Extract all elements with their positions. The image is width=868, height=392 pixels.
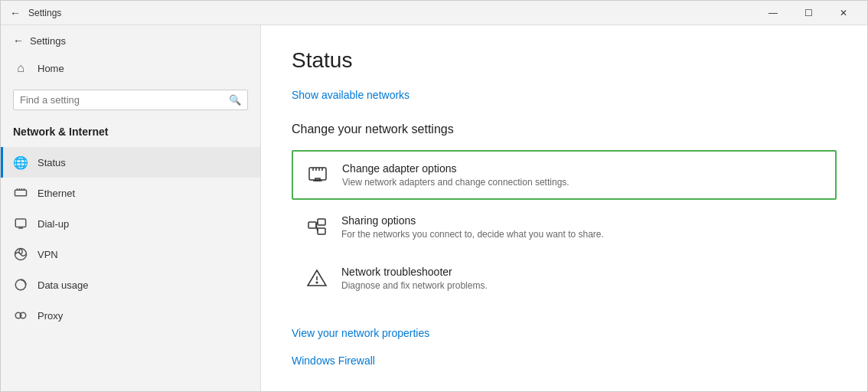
sidebar-ethernet-label: Ethernet	[38, 188, 75, 199]
change-adapter-icon	[305, 162, 330, 187]
troubleshooter-text: Network troubleshooter Diagnose and fix …	[341, 266, 824, 291]
content-area: ← Settings ⌂ Home 🔍 Network & Internet 🌐…	[1, 25, 867, 391]
sidebar-vpn-label: VPN	[38, 249, 58, 260]
svg-line-23	[316, 225, 318, 231]
network-troubleshooter-item[interactable]: Network troubleshooter Diagnose and fix …	[292, 254, 837, 302]
change-adapter-item[interactable]: Change adapter options View network adap…	[292, 150, 837, 200]
troubleshooter-title: Network troubleshooter	[341, 266, 824, 278]
troubleshooter-desc: Diagnose and fix network problems.	[341, 280, 824, 291]
sidebar-item-data-usage[interactable]: Data usage	[1, 270, 260, 300]
sidebar-status-label: Status	[38, 157, 66, 168]
section-subtitle: Change your network settings	[292, 122, 837, 136]
sidebar-back-button[interactable]: ← Settings	[1, 25, 260, 53]
svg-rect-5	[15, 219, 26, 227]
sharing-options-desc: For the networks you connect to, decide …	[341, 229, 824, 240]
sharing-options-text: Sharing options For the networks you con…	[341, 214, 824, 240]
sidebar-home-label: Home	[38, 63, 64, 74]
vpn-icon	[13, 247, 28, 262]
svg-point-26	[316, 282, 318, 283]
change-adapter-text: Change adapter options View network adap…	[342, 162, 823, 188]
sidebar-item-home[interactable]: ⌂ Home	[1, 53, 260, 83]
sidebar-item-ethernet[interactable]: Ethernet	[1, 178, 260, 208]
svg-rect-20	[318, 219, 325, 225]
troubleshooter-icon	[305, 266, 329, 290]
sidebar-item-proxy[interactable]: Proxy	[1, 300, 260, 331]
sidebar-settings-label: Settings	[30, 35, 66, 47]
sharing-options-icon	[305, 214, 329, 239]
sidebar-dialup-label: Dial-up	[38, 218, 69, 230]
titlebar-left: ← Settings	[10, 7, 61, 19]
windows-firewall-link[interactable]: Windows Firewall	[292, 354, 375, 367]
page-title: Status	[292, 48, 837, 73]
svg-rect-21	[318, 228, 325, 234]
svg-rect-0	[15, 190, 27, 196]
sidebar-search-container: 🔍	[13, 90, 248, 110]
search-input[interactable]	[20, 94, 224, 106]
data-usage-icon	[13, 277, 28, 292]
sidebar-item-status[interactable]: 🌐 Status	[1, 147, 260, 178]
sidebar-proxy-label: Proxy	[38, 310, 63, 322]
svg-rect-19	[308, 222, 316, 228]
titlebar-title: Settings	[28, 8, 61, 18]
sharing-options-item[interactable]: Sharing options For the networks you con…	[292, 203, 837, 251]
dialup-icon	[13, 216, 28, 231]
sidebar-item-vpn[interactable]: VPN	[1, 239, 260, 270]
back-arrow-icon[interactable]: ←	[10, 7, 21, 19]
maximize-button[interactable]: ☐	[791, 1, 826, 25]
minimize-button[interactable]: —	[755, 1, 791, 25]
sidebar-data-usage-label: Data usage	[38, 279, 89, 291]
sidebar-item-dialup[interactable]: Dial-up	[1, 208, 260, 239]
titlebar-controls: — ☐ ✕	[755, 1, 861, 25]
change-adapter-title: Change adapter options	[342, 162, 823, 175]
show-networks-link[interactable]: Show available networks	[292, 89, 410, 101]
close-button[interactable]: ✕	[826, 1, 861, 25]
search-icon: 🔍	[229, 94, 241, 106]
view-network-properties-link[interactable]: View your network properties	[292, 327, 429, 339]
back-arrow-icon: ←	[13, 34, 24, 47]
sharing-options-title: Sharing options	[341, 214, 824, 227]
sidebar: ← Settings ⌂ Home 🔍 Network & Internet 🌐…	[1, 25, 261, 391]
ethernet-icon	[13, 185, 28, 201]
change-adapter-desc: View network adapters and change connect…	[342, 177, 823, 188]
settings-window: ← Settings — ☐ ✕ ← Settings ⌂ Home	[0, 0, 868, 392]
proxy-icon	[13, 308, 28, 323]
globe-icon: 🌐	[13, 155, 28, 170]
sidebar-section-title: Network & Internet	[1, 119, 260, 147]
main-content: Status Show available networks Change yo…	[261, 25, 867, 391]
home-icon: ⌂	[13, 60, 28, 76]
titlebar: ← Settings — ☐ ✕	[1, 1, 867, 25]
